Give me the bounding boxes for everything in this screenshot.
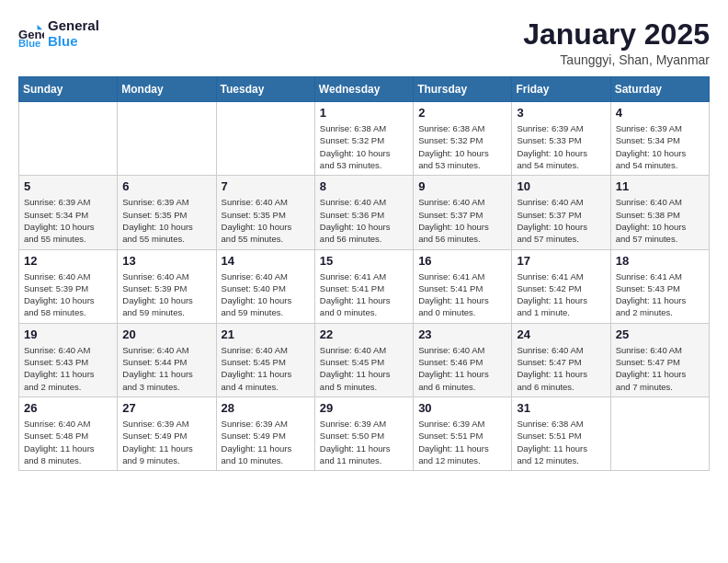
day-number: 22 — [320, 327, 408, 341]
day-info: Sunrise: 6:41 AM Sunset: 5:43 PM Dayligh… — [616, 270, 704, 319]
day-number: 2 — [418, 106, 506, 120]
calendar-day-cell: 9Sunrise: 6:40 AM Sunset: 5:37 PM Daylig… — [414, 176, 512, 249]
calendar-day-cell — [19, 102, 118, 176]
weekday-header-row: SundayMondayTuesdayWednesdayThursdayFrid… — [19, 77, 710, 102]
calendar-day-cell: 27Sunrise: 6:39 AM Sunset: 5:49 PM Dayli… — [118, 396, 216, 470]
day-number: 4 — [616, 106, 704, 120]
day-number: 5 — [24, 179, 112, 193]
day-info: Sunrise: 6:40 AM Sunset: 5:35 PM Dayligh… — [222, 196, 310, 245]
calendar-day-cell: 25Sunrise: 6:40 AM Sunset: 5:47 PM Dayli… — [610, 323, 709, 396]
month-title: January 2025 — [523, 18, 710, 51]
day-number: 8 — [320, 179, 408, 193]
weekday-header: Thursday — [414, 77, 512, 102]
calendar-day-cell: 26Sunrise: 6:40 AM Sunset: 5:48 PM Dayli… — [19, 396, 118, 470]
calendar-day-cell: 17Sunrise: 6:41 AM Sunset: 5:42 PM Dayli… — [512, 249, 610, 323]
day-number: 25 — [616, 327, 704, 341]
day-info: Sunrise: 6:40 AM Sunset: 5:39 PM Dayligh… — [24, 270, 112, 319]
calendar-day-cell: 21Sunrise: 6:40 AM Sunset: 5:45 PM Dayli… — [216, 323, 314, 396]
day-number: 12 — [24, 254, 112, 268]
day-number: 24 — [517, 327, 605, 341]
day-number: 9 — [418, 179, 506, 193]
page-header: General Blue General Blue January 2025 T… — [18, 18, 710, 67]
calendar-day-cell: 1Sunrise: 6:38 AM Sunset: 5:32 PM Daylig… — [314, 102, 413, 176]
day-info: Sunrise: 6:40 AM Sunset: 5:46 PM Dayligh… — [418, 344, 506, 393]
day-info: Sunrise: 6:40 AM Sunset: 5:47 PM Dayligh… — [616, 344, 704, 393]
logo: General Blue General Blue — [18, 18, 99, 49]
calendar-day-cell: 8Sunrise: 6:40 AM Sunset: 5:36 PM Daylig… — [314, 176, 413, 249]
weekday-header: Tuesday — [216, 77, 314, 102]
day-info: Sunrise: 6:40 AM Sunset: 5:45 PM Dayligh… — [320, 344, 408, 393]
day-info: Sunrise: 6:40 AM Sunset: 5:37 PM Dayligh… — [517, 196, 605, 245]
calendar-day-cell — [118, 102, 216, 176]
day-number: 20 — [122, 327, 210, 341]
day-info: Sunrise: 6:39 AM Sunset: 5:35 PM Dayligh… — [122, 196, 210, 245]
calendar-day-cell: 28Sunrise: 6:39 AM Sunset: 5:49 PM Dayli… — [216, 396, 314, 470]
calendar-day-cell: 29Sunrise: 6:39 AM Sunset: 5:50 PM Dayli… — [314, 396, 413, 470]
day-number: 10 — [517, 179, 605, 193]
day-info: Sunrise: 6:40 AM Sunset: 5:45 PM Dayligh… — [222, 344, 310, 393]
day-info: Sunrise: 6:39 AM Sunset: 5:34 PM Dayligh… — [24, 196, 112, 245]
day-number: 17 — [517, 254, 605, 268]
day-info: Sunrise: 6:39 AM Sunset: 5:49 PM Dayligh… — [122, 418, 210, 466]
day-info: Sunrise: 6:41 AM Sunset: 5:42 PM Dayligh… — [517, 270, 605, 319]
calendar-day-cell: 22Sunrise: 6:40 AM Sunset: 5:45 PM Dayli… — [314, 323, 413, 396]
calendar-day-cell: 10Sunrise: 6:40 AM Sunset: 5:37 PM Dayli… — [512, 176, 610, 249]
day-info: Sunrise: 6:40 AM Sunset: 5:47 PM Dayligh… — [517, 344, 605, 393]
day-info: Sunrise: 6:39 AM Sunset: 5:51 PM Dayligh… — [418, 418, 506, 466]
weekday-header: Wednesday — [314, 77, 413, 102]
day-number: 29 — [320, 401, 408, 415]
day-number: 28 — [222, 401, 310, 415]
day-number: 7 — [222, 179, 310, 193]
day-number: 19 — [24, 327, 112, 341]
day-info: Sunrise: 6:39 AM Sunset: 5:33 PM Dayligh… — [517, 122, 605, 171]
calendar-day-cell: 24Sunrise: 6:40 AM Sunset: 5:47 PM Dayli… — [512, 323, 610, 396]
day-number: 26 — [24, 401, 112, 415]
calendar-week-row: 5Sunrise: 6:39 AM Sunset: 5:34 PM Daylig… — [19, 176, 710, 249]
day-number: 21 — [222, 327, 310, 341]
calendar-day-cell: 13Sunrise: 6:40 AM Sunset: 5:39 PM Dayli… — [118, 249, 216, 323]
day-info: Sunrise: 6:41 AM Sunset: 5:41 PM Dayligh… — [320, 270, 408, 319]
calendar-day-cell: 5Sunrise: 6:39 AM Sunset: 5:34 PM Daylig… — [19, 176, 118, 249]
day-number: 3 — [517, 106, 605, 120]
day-info: Sunrise: 6:41 AM Sunset: 5:41 PM Dayligh… — [418, 270, 506, 319]
day-info: Sunrise: 6:40 AM Sunset: 5:38 PM Dayligh… — [616, 196, 704, 245]
svg-text:Blue: Blue — [18, 38, 40, 47]
calendar-day-cell: 14Sunrise: 6:40 AM Sunset: 5:40 PM Dayli… — [216, 249, 314, 323]
calendar-day-cell — [610, 396, 709, 470]
day-number: 11 — [616, 179, 704, 193]
calendar-day-cell: 7Sunrise: 6:40 AM Sunset: 5:35 PM Daylig… — [216, 176, 314, 249]
day-info: Sunrise: 6:40 AM Sunset: 5:36 PM Dayligh… — [320, 196, 408, 245]
calendar-day-cell — [216, 102, 314, 176]
calendar-week-row: 26Sunrise: 6:40 AM Sunset: 5:48 PM Dayli… — [19, 396, 710, 470]
day-number: 16 — [418, 254, 506, 268]
day-number: 18 — [616, 254, 704, 268]
day-info: Sunrise: 6:40 AM Sunset: 5:40 PM Dayligh… — [222, 270, 310, 319]
calendar-day-cell: 4Sunrise: 6:39 AM Sunset: 5:34 PM Daylig… — [610, 102, 709, 176]
weekday-header: Friday — [512, 77, 610, 102]
calendar-day-cell: 20Sunrise: 6:40 AM Sunset: 5:44 PM Dayli… — [118, 323, 216, 396]
day-info: Sunrise: 6:40 AM Sunset: 5:43 PM Dayligh… — [24, 344, 112, 393]
day-number: 31 — [517, 401, 605, 415]
day-number: 27 — [122, 401, 210, 415]
weekday-header: Saturday — [610, 77, 709, 102]
calendar-day-cell: 30Sunrise: 6:39 AM Sunset: 5:51 PM Dayli… — [414, 396, 512, 470]
day-info: Sunrise: 6:38 AM Sunset: 5:51 PM Dayligh… — [517, 418, 605, 466]
calendar-day-cell: 23Sunrise: 6:40 AM Sunset: 5:46 PM Dayli… — [414, 323, 512, 396]
day-info: Sunrise: 6:40 AM Sunset: 5:39 PM Dayligh… — [122, 270, 210, 319]
day-info: Sunrise: 6:40 AM Sunset: 5:48 PM Dayligh… — [24, 418, 112, 466]
logo-icon: General Blue — [18, 21, 44, 47]
day-info: Sunrise: 6:38 AM Sunset: 5:32 PM Dayligh… — [418, 122, 506, 171]
day-info: Sunrise: 6:38 AM Sunset: 5:32 PM Dayligh… — [320, 122, 408, 171]
logo-wordmark: General Blue — [48, 18, 99, 49]
weekday-header: Monday — [118, 77, 216, 102]
location-subtitle: Taunggyi, Shan, Myanmar — [523, 52, 710, 67]
day-number: 14 — [222, 254, 310, 268]
calendar-day-cell: 6Sunrise: 6:39 AM Sunset: 5:35 PM Daylig… — [118, 176, 216, 249]
calendar-day-cell: 31Sunrise: 6:38 AM Sunset: 5:51 PM Dayli… — [512, 396, 610, 470]
day-number: 30 — [418, 401, 506, 415]
calendar-day-cell: 18Sunrise: 6:41 AM Sunset: 5:43 PM Dayli… — [610, 249, 709, 323]
day-info: Sunrise: 6:40 AM Sunset: 5:44 PM Dayligh… — [122, 344, 210, 393]
day-info: Sunrise: 6:39 AM Sunset: 5:34 PM Dayligh… — [616, 122, 704, 171]
weekday-header: Sunday — [19, 77, 118, 102]
day-number: 23 — [418, 327, 506, 341]
